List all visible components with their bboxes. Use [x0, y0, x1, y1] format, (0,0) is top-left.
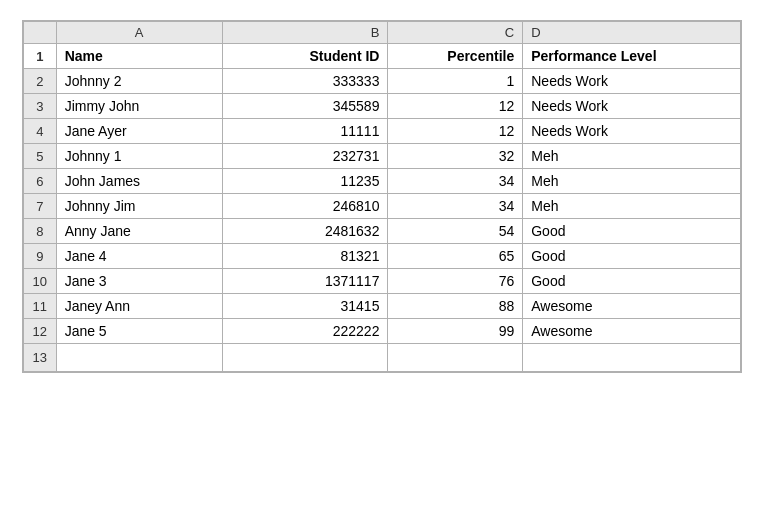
cell-performance-level: Meh — [523, 169, 741, 194]
header-performance-level: Performance Level — [523, 44, 741, 69]
cell-percentile: 65 — [388, 244, 523, 269]
row-num-2: 2 — [24, 69, 57, 94]
cell-performance-level: Good — [523, 219, 741, 244]
empty-row: 13 — [24, 344, 741, 372]
row-num-11: 11 — [24, 294, 57, 319]
empty-cell — [222, 344, 388, 372]
spreadsheet: A B C D 1 Name Student ID Percentile Per… — [22, 20, 742, 373]
row-num-6: 6 — [24, 169, 57, 194]
cell-student-id: 11111 — [222, 119, 388, 144]
cell-performance-level: Needs Work — [523, 69, 741, 94]
row-num-1: 1 — [24, 44, 57, 69]
cell-percentile: 99 — [388, 319, 523, 344]
cell-student-id: 1371117 — [222, 269, 388, 294]
table-row: 4Jane Ayer1111112Needs Work — [24, 119, 741, 144]
column-header-row: A B C D — [24, 22, 741, 44]
row-num-4: 4 — [24, 119, 57, 144]
cell-name: Jimmy John — [56, 94, 222, 119]
cell-name: Janey Ann — [56, 294, 222, 319]
table-row: 3Jimmy John34558912Needs Work — [24, 94, 741, 119]
cell-performance-level: Needs Work — [523, 119, 741, 144]
row-num-5: 5 — [24, 144, 57, 169]
header-name: Name — [56, 44, 222, 69]
table-row: 7Johnny Jim24681034Meh — [24, 194, 741, 219]
table-row: 8Anny Jane248163254Good — [24, 219, 741, 244]
col-header-d[interactable]: D — [523, 22, 741, 44]
empty-cell — [388, 344, 523, 372]
row-num-9: 9 — [24, 244, 57, 269]
table-row: 6John James1123534Meh — [24, 169, 741, 194]
cell-percentile: 12 — [388, 94, 523, 119]
cell-percentile: 32 — [388, 144, 523, 169]
corner-cell — [24, 22, 57, 44]
cell-percentile: 34 — [388, 194, 523, 219]
cell-performance-level: Good — [523, 244, 741, 269]
cell-student-id: 333333 — [222, 69, 388, 94]
table-header-row: 1 Name Student ID Percentile Performance… — [24, 44, 741, 69]
cell-student-id: 222222 — [222, 319, 388, 344]
cell-student-id: 81321 — [222, 244, 388, 269]
cell-name: Jane 3 — [56, 269, 222, 294]
header-percentile: Percentile — [388, 44, 523, 69]
col-header-c[interactable]: C — [388, 22, 523, 44]
cell-performance-level: Meh — [523, 144, 741, 169]
cell-student-id: 2481632 — [222, 219, 388, 244]
cell-percentile: 12 — [388, 119, 523, 144]
cell-student-id: 232731 — [222, 144, 388, 169]
cell-performance-level: Awesome — [523, 294, 741, 319]
table-row: 9Jane 48132165Good — [24, 244, 741, 269]
table-row: 2Johnny 23333331Needs Work — [24, 69, 741, 94]
table-row: 10Jane 3137111776Good — [24, 269, 741, 294]
cell-student-id: 345589 — [222, 94, 388, 119]
row-num-7: 7 — [24, 194, 57, 219]
col-header-a[interactable]: A — [56, 22, 222, 44]
row-num-10: 10 — [24, 269, 57, 294]
cell-name: Anny Jane — [56, 219, 222, 244]
row-num-13: 13 — [24, 344, 57, 372]
cell-student-id: 31415 — [222, 294, 388, 319]
cell-percentile: 76 — [388, 269, 523, 294]
row-num-12: 12 — [24, 319, 57, 344]
cell-name: Johnny 2 — [56, 69, 222, 94]
cell-name: John James — [56, 169, 222, 194]
cell-percentile: 34 — [388, 169, 523, 194]
row-num-8: 8 — [24, 219, 57, 244]
col-header-b[interactable]: B — [222, 22, 388, 44]
cell-name: Johnny Jim — [56, 194, 222, 219]
cell-student-id: 11235 — [222, 169, 388, 194]
empty-cell — [56, 344, 222, 372]
cell-performance-level: Meh — [523, 194, 741, 219]
table-row: 5Johnny 123273132Meh — [24, 144, 741, 169]
cell-name: Johnny 1 — [56, 144, 222, 169]
empty-cell — [523, 344, 741, 372]
table-row: 11Janey Ann3141588Awesome — [24, 294, 741, 319]
cell-name: Jane 4 — [56, 244, 222, 269]
cell-performance-level: Needs Work — [523, 94, 741, 119]
cell-name: Jane Ayer — [56, 119, 222, 144]
cell-percentile: 54 — [388, 219, 523, 244]
row-num-3: 3 — [24, 94, 57, 119]
cell-percentile: 1 — [388, 69, 523, 94]
header-student-id: Student ID — [222, 44, 388, 69]
cell-performance-level: Awesome — [523, 319, 741, 344]
table-row: 12Jane 522222299Awesome — [24, 319, 741, 344]
cell-student-id: 246810 — [222, 194, 388, 219]
cell-name: Jane 5 — [56, 319, 222, 344]
cell-percentile: 88 — [388, 294, 523, 319]
cell-performance-level: Good — [523, 269, 741, 294]
